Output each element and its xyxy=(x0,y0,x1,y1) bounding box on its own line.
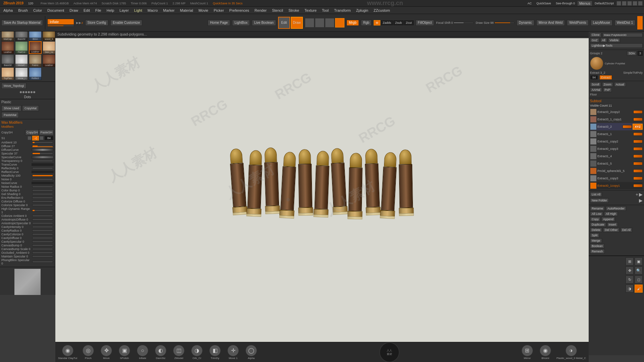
mesh-toggle-9[interactable] xyxy=(633,169,643,173)
tool-icon-1[interactable] xyxy=(305,18,314,27)
aniso-spec-slider[interactable] xyxy=(32,222,53,224)
mesh-item-11[interactable]: Extract0_1copy1 xyxy=(590,182,643,189)
menu-file[interactable]: File xyxy=(93,8,103,13)
menu-zplugin[interactable]: Zplugin xyxy=(354,8,370,13)
del-other-btn[interactable]: Del Other xyxy=(603,228,620,232)
trans-curve[interactable] xyxy=(32,163,54,166)
menu-zzcustom[interactable]: ZZcustom xyxy=(372,8,392,13)
mat-swatch-leather2[interactable]: Leather xyxy=(1,41,14,54)
s1-down[interactable] xyxy=(28,136,32,140)
mirror-weld-btn[interactable]: Mirror And Weld xyxy=(536,20,565,26)
no-fill-icon[interactable]: ◻ xyxy=(635,276,643,284)
enable-customize-btn[interactable]: Enable Customize xyxy=(110,20,142,26)
s1-up[interactable] xyxy=(40,136,44,140)
list-all-btn[interactable]: List All xyxy=(590,192,602,197)
brush-trimdy[interactable]: ◧ TrimDy xyxy=(207,344,223,360)
append-btn[interactable]: Append xyxy=(601,217,615,222)
extract-btn[interactable]: Extract xyxy=(599,75,612,80)
brush-standard[interactable]: ◉ Standar ClayTul xyxy=(57,344,78,360)
lazy-mouse-btn[interactable]: LazyMouse xyxy=(591,20,612,26)
rename-btn[interactable]: Rename xyxy=(590,206,605,211)
sdiv-val[interactable]: 3 xyxy=(638,51,643,56)
mesh-item-6[interactable]: Extract0_copy3 xyxy=(590,145,643,153)
brush-inflate[interactable]: ○ Inflate xyxy=(134,344,151,360)
menu-material[interactable]: Material xyxy=(178,8,195,13)
move-icon[interactable]: ✥ xyxy=(626,266,634,275)
paste-mat-btn[interactable]: PasteMat xyxy=(1,112,19,118)
brush-mirror[interactable]: ⊞ Mirror xyxy=(519,344,536,360)
top-icon-1[interactable] xyxy=(616,1,621,6)
inflate-btn[interactable]: Inflate xyxy=(47,19,74,25)
top-icon-4[interactable] xyxy=(633,1,637,6)
canvas-bump-scale-slider[interactable] xyxy=(32,248,53,250)
all-btn[interactable]: All xyxy=(600,38,607,43)
menu-help[interactable]: Help xyxy=(105,8,116,13)
mat-swatch-leather3[interactable]: Leather xyxy=(29,41,42,54)
zadds-field[interactable]: Zadds xyxy=(381,20,393,25)
zcut-field[interactable]: Zcut xyxy=(404,20,414,25)
menu-color[interactable]: Color xyxy=(31,8,44,13)
mesh-item-4[interactable]: Extract1_1 xyxy=(590,130,643,138)
mesh-toggle-4[interactable] xyxy=(633,132,643,136)
menu-menus[interactable]: Menus xyxy=(578,1,592,6)
env-refl-slider[interactable] xyxy=(32,197,53,199)
pastesh-btn[interactable]: PasteSH xyxy=(39,129,54,135)
reflect-slider[interactable] xyxy=(32,167,53,169)
mat-swatch-metalc[interactable]: MetalC xyxy=(15,54,28,67)
move-topo-btn[interactable]: Move_Topologi xyxy=(1,83,26,89)
menu-layer[interactable]: Layer xyxy=(117,8,131,13)
mesh-toggle-3[interactable] xyxy=(623,125,632,128)
brush-orb-cr[interactable]: ◑ Orb_Cr xyxy=(189,344,205,360)
mesh-toggle-10[interactable] xyxy=(633,177,643,180)
folder-arrow-icon[interactable]: ▶ xyxy=(639,198,643,203)
pxp-btn[interactable]: PxP xyxy=(603,87,612,92)
weld-dist-btn[interactable]: WeldDist 1 xyxy=(614,20,635,26)
menu-macro[interactable]: Macro xyxy=(146,8,160,13)
auto-reorder-btn[interactable]: AutoReorder xyxy=(606,206,626,211)
mat-swatch-basicm2[interactable]: BasicM xyxy=(1,54,14,67)
top-icon-2[interactable] xyxy=(622,1,627,6)
mesh-item-2[interactable]: Extract3_1_copy1 xyxy=(590,116,643,123)
del-all-btn[interactable]: Del All xyxy=(621,228,633,232)
tool-icon-4[interactable] xyxy=(335,18,344,27)
mat-swatch-toyplas[interactable]: ToyPlas xyxy=(1,67,14,80)
menu-movie[interactable]: Movie xyxy=(197,8,210,13)
cav-specular-slider[interactable] xyxy=(32,241,53,243)
diffuse-slider[interactable] xyxy=(32,145,53,147)
lightbox-btn[interactable]: LightBox xyxy=(232,20,250,26)
live-boolean-btn[interactable]: Live Boolean xyxy=(252,20,276,26)
menu-brush[interactable]: Brush xyxy=(16,8,30,13)
transp-icon[interactable]: ◑ xyxy=(626,285,634,293)
duplicate-btn[interactable]: Duplicate xyxy=(590,222,606,227)
menu-marker[interactable]: Marker xyxy=(161,8,176,13)
menu-see-through[interactable]: See-through 0 xyxy=(554,1,577,5)
mat-swatch-metali[interactable]: Metal_I xyxy=(15,67,28,80)
remesh-btn[interactable]: Remesh xyxy=(590,249,605,254)
fill-object-btn[interactable]: FillObject xyxy=(416,20,434,26)
noise-radius-slider[interactable] xyxy=(32,186,53,188)
dynamic-btn[interactable]: Dynamic xyxy=(517,20,534,26)
mesh-item-3[interactable]: Extract3_2 XYZ xyxy=(590,123,643,130)
mat-swatch-skinns[interactable]: Skin_ns xyxy=(43,41,55,54)
menu-tool[interactable]: Tool xyxy=(320,8,331,13)
menu-stencil[interactable]: Stencil xyxy=(270,8,285,13)
specular-curve[interactable] xyxy=(32,156,54,159)
copy-subtool-btn[interactable]: Copy xyxy=(590,217,600,222)
scroll-btn[interactable]: Scroll xyxy=(590,82,601,87)
right-collapse-btn[interactable] xyxy=(637,16,643,29)
delete-btn[interactable]: Delete xyxy=(590,228,602,232)
actual-btn[interactable]: Actual xyxy=(614,82,626,87)
top-icon-5[interactable] xyxy=(638,1,643,6)
mesh-toggle-1[interactable] xyxy=(633,110,643,114)
metallicity-slider[interactable] xyxy=(32,175,53,177)
brush-pinch[interactable]: ◎ Pinch xyxy=(80,344,97,360)
ambient-slider[interactable] xyxy=(32,141,53,143)
zoom-btn[interactable]: Zoom xyxy=(602,82,613,87)
col-diffuse-slider[interactable] xyxy=(32,200,53,202)
weld-points-btn[interactable]: WeldPoints xyxy=(567,20,588,26)
tool-icon-2[interactable] xyxy=(315,18,324,27)
col-specular-slider[interactable] xyxy=(32,204,53,206)
mesh-item-5[interactable]: Extract1_copy2 xyxy=(590,138,643,145)
aahal-btn[interactable]: AAHal xyxy=(590,87,602,92)
gel-shading-slider[interactable] xyxy=(32,193,53,195)
